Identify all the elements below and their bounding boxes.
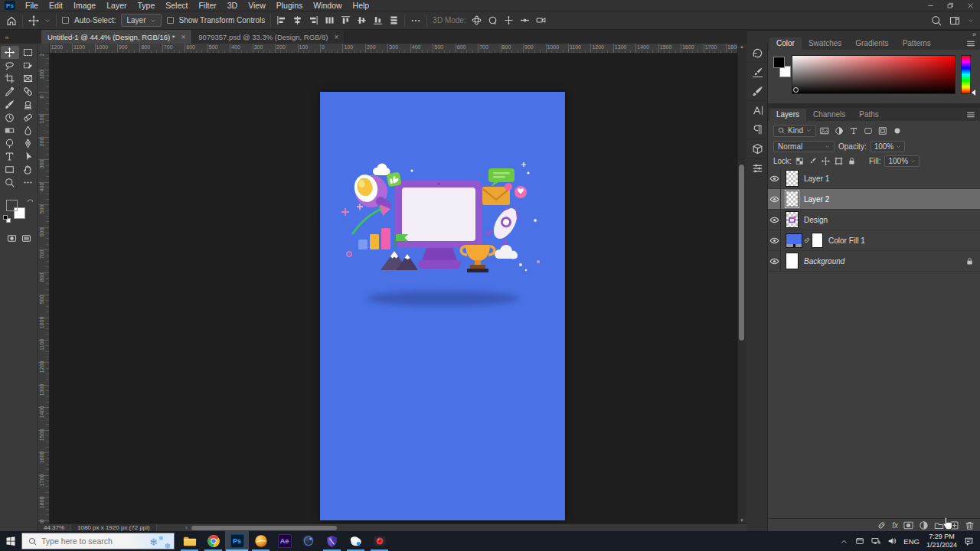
menu-view[interactable]: View (243, 0, 271, 11)
adjustments-panel-icon[interactable] (747, 158, 768, 178)
distribute-v-icon[interactable] (389, 15, 399, 25)
filter-smart-object-icon[interactable] (878, 126, 887, 135)
edit-toolbar-tool[interactable] (19, 176, 38, 189)
menu-3d[interactable]: 3D (222, 0, 243, 11)
start-button[interactable] (0, 531, 21, 551)
document-canvas[interactable] (320, 92, 565, 520)
document-tab[interactable]: 9079357.psd @ 33.3% (Design, RGB/8)× (192, 30, 345, 44)
horizontal-ruler[interactable]: 1200110010009008007006005004003002001000… (50, 44, 737, 54)
tab-paths[interactable]: Paths (852, 109, 886, 121)
link-layers-button[interactable] (877, 520, 887, 530)
foreground-color-swatch[interactable] (6, 200, 18, 211)
filter-adjustment-icon[interactable] (835, 126, 844, 135)
lock-artboard-icon[interactable] (835, 157, 843, 165)
scroll-down-icon[interactable]: ▼ (738, 518, 746, 523)
tab-channels[interactable]: Channels (806, 109, 852, 121)
chevron-down-icon[interactable] (44, 18, 51, 24)
panel-menu-icon[interactable] (966, 110, 975, 121)
fill-input[interactable]: 100% (884, 155, 920, 167)
healing-brush-tool[interactable] (19, 85, 38, 98)
layer-row[interactable]: Design (768, 210, 980, 230)
screen-recorder-taskbar-icon[interactable] (368, 531, 391, 551)
object-selection-tool[interactable] (19, 59, 38, 72)
lock-paint-icon[interactable] (808, 157, 817, 165)
3d-pan-icon[interactable] (504, 15, 514, 25)
menu-layer[interactable]: Layer (101, 0, 132, 11)
filter-type-icon[interactable] (849, 126, 858, 135)
swap-colors-icon[interactable] (27, 198, 34, 205)
browser-orange-taskbar-icon[interactable] (249, 531, 273, 551)
filter-kind-dropdown[interactable]: Kind (773, 125, 816, 137)
distribute-h-icon[interactable] (325, 15, 335, 25)
gradient-tool[interactable] (1, 124, 19, 137)
window-minimize-button[interactable] (920, 0, 940, 11)
rectangle-tool[interactable] (1, 163, 19, 176)
dodge-tool[interactable] (1, 137, 19, 150)
layer-row[interactable]: Layer 2 (768, 189, 980, 210)
delete-layer-button[interactable] (965, 520, 975, 530)
file-explorer-taskbar-icon[interactable] (178, 531, 201, 551)
tab-patterns[interactable]: Patterns (896, 37, 938, 50)
crop-tool[interactable] (1, 72, 19, 85)
3d-rotate-icon[interactable] (472, 15, 482, 25)
align-center-h-icon[interactable] (292, 15, 302, 25)
menu-help[interactable]: Help (348, 0, 375, 11)
search-icon[interactable] (931, 15, 942, 26)
character-panel-icon[interactable] (747, 101, 768, 120)
network-icon[interactable] (871, 536, 880, 546)
layer-visibility-toggle[interactable] (768, 168, 781, 189)
taskbar-search[interactable]: ❄ ❄ ❄ (21, 533, 175, 549)
layer-row[interactable]: Layer 1 (768, 168, 980, 189)
pasteboard[interactable] (50, 54, 737, 523)
volume-icon[interactable] (887, 536, 897, 546)
history-brush-tool[interactable] (1, 111, 19, 124)
default-colors-icon[interactable] (3, 215, 11, 223)
layer-row[interactable]: Color Fill 1 (768, 230, 980, 251)
hand-tool[interactable] (19, 163, 38, 176)
auto-select-target-dropdown[interactable]: Layer (121, 14, 161, 27)
chrome-taskbar-icon[interactable] (201, 531, 225, 551)
new-adjustment-button[interactable] (919, 520, 929, 530)
window-close-button[interactable] (960, 0, 980, 11)
history-panel-icon[interactable] (747, 44, 768, 63)
language-indicator[interactable]: ENG (903, 537, 920, 546)
layer-thumbnail[interactable] (786, 211, 799, 228)
move-tool[interactable] (1, 46, 19, 59)
menu-select[interactable]: Select (160, 0, 193, 11)
tab-close-icon[interactable]: × (181, 33, 185, 41)
tab-close-icon[interactable]: × (334, 33, 338, 41)
tab-swatches[interactable]: Swatches (802, 37, 848, 50)
layer-visibility-toggle[interactable] (768, 189, 781, 210)
3d-camera-icon[interactable] (536, 15, 546, 25)
eyedropper-tool[interactable] (1, 85, 19, 98)
menu-image[interactable]: Image (68, 0, 101, 11)
tab-gradients[interactable]: Gradients (848, 37, 895, 50)
horizontal-scroll-thumb[interactable] (191, 526, 337, 530)
type-tool[interactable] (1, 150, 19, 163)
layer-name[interactable]: Background (804, 257, 844, 266)
layer-visibility-toggle[interactable] (768, 210, 781, 230)
menu-window[interactable]: Window (308, 0, 347, 11)
brush-settings-panel-icon[interactable] (747, 63, 768, 82)
saturation-brightness-field[interactable] (792, 55, 956, 94)
search-input[interactable] (41, 536, 133, 546)
tray-app-icon[interactable] (855, 536, 864, 546)
ruler-origin[interactable] (38, 44, 50, 54)
home-icon[interactable] (6, 15, 17, 26)
layer-visibility-toggle[interactable] (768, 230, 781, 251)
color-field-marker[interactable] (793, 87, 799, 93)
chevron-down-icon[interactable] (968, 18, 974, 24)
menu-edit[interactable]: Edit (44, 0, 68, 11)
clone-stamp-tool[interactable] (19, 98, 38, 111)
paint-app-taskbar-icon[interactable] (344, 531, 368, 551)
align-bottom-icon[interactable] (373, 15, 383, 25)
panel-menu-icon[interactable] (966, 39, 975, 50)
vertical-scrollbar[interactable]: ▲ ▼ (737, 44, 745, 523)
frame-tool[interactable] (19, 72, 38, 85)
cinema4d-taskbar-icon[interactable] (296, 531, 320, 551)
lasso-tool[interactable] (1, 59, 19, 72)
align-right-icon[interactable] (309, 15, 318, 25)
hue-slider[interactable] (961, 55, 971, 94)
opacity-input[interactable]: 100% (871, 141, 906, 152)
filter-pixel-icon[interactable] (820, 126, 829, 135)
